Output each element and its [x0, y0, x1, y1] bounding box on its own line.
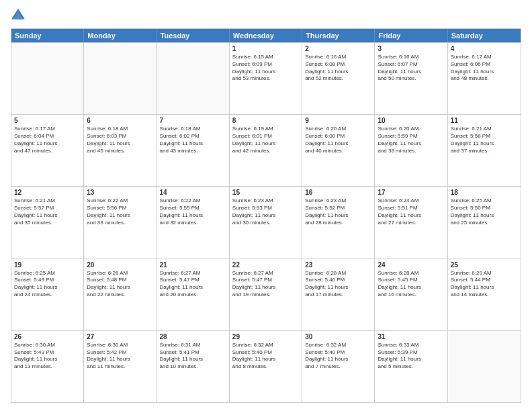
- calendar-cell: 14Sunrise: 6:22 AM Sunset: 5:55 PM Dayli…: [157, 187, 230, 258]
- cell-info: Sunrise: 6:21 AM Sunset: 5:58 PM Dayligh…: [451, 126, 518, 154]
- day-number: 12: [14, 189, 81, 196]
- calendar-cell: 21Sunrise: 6:27 AM Sunset: 5:47 PM Dayli…: [157, 259, 230, 330]
- cell-info: Sunrise: 6:16 AM Sunset: 6:08 PM Dayligh…: [305, 54, 371, 83]
- calendar-cell: [157, 43, 230, 114]
- day-number: 27: [87, 333, 153, 340]
- cell-info: Sunrise: 6:27 AM Sunset: 5:47 PM Dayligh…: [160, 270, 226, 299]
- weekday-header: Wednesday: [230, 29, 302, 42]
- weekday-header: Monday: [84, 29, 157, 42]
- day-number: 6: [87, 117, 153, 124]
- cell-info: Sunrise: 6:32 AM Sunset: 5:40 PM Dayligh…: [305, 342, 371, 371]
- cell-info: Sunrise: 6:30 AM Sunset: 5:42 PM Dayligh…: [87, 342, 153, 371]
- calendar-cell: 1Sunrise: 6:15 AM Sunset: 6:09 PM Daylig…: [230, 43, 302, 114]
- calendar-cell: 12Sunrise: 6:21 AM Sunset: 5:57 PM Dayli…: [11, 187, 84, 258]
- calendar-cell: 4Sunrise: 6:17 AM Sunset: 6:06 PM Daylig…: [448, 43, 521, 114]
- calendar-cell: 28Sunrise: 6:31 AM Sunset: 5:41 PM Dayli…: [157, 331, 230, 402]
- day-number: 2: [305, 45, 371, 52]
- day-number: 31: [378, 333, 444, 340]
- cell-info: Sunrise: 6:29 AM Sunset: 5:44 PM Dayligh…: [451, 270, 518, 299]
- day-number: 16: [305, 189, 371, 196]
- calendar-cell: 9Sunrise: 6:20 AM Sunset: 6:00 PM Daylig…: [302, 115, 375, 186]
- calendar-cell: 10Sunrise: 6:20 AM Sunset: 5:59 PM Dayli…: [375, 115, 447, 186]
- cell-info: Sunrise: 6:23 AM Sunset: 5:52 PM Dayligh…: [305, 197, 371, 226]
- calendar-header: SundayMondayTuesdayWednesdayThursdayFrid…: [11, 29, 521, 42]
- calendar-cell: 22Sunrise: 6:27 AM Sunset: 5:47 PM Dayli…: [230, 259, 302, 330]
- day-number: 9: [305, 117, 371, 124]
- calendar-row: 26Sunrise: 6:30 AM Sunset: 5:43 PM Dayli…: [11, 330, 521, 402]
- cell-info: Sunrise: 6:25 AM Sunset: 5:50 PM Dayligh…: [451, 197, 518, 226]
- cell-info: Sunrise: 6:18 AM Sunset: 6:02 PM Dayligh…: [160, 126, 226, 154]
- day-number: 28: [160, 333, 226, 340]
- header: [11, 8, 521, 23]
- calendar-row: 19Sunrise: 6:25 AM Sunset: 5:49 PM Dayli…: [11, 259, 521, 330]
- day-number: 17: [378, 189, 444, 196]
- weekday-header: Sunday: [11, 29, 84, 42]
- cell-info: Sunrise: 6:15 AM Sunset: 6:09 PM Dayligh…: [232, 54, 299, 83]
- calendar-cell: 8Sunrise: 6:19 AM Sunset: 6:01 PM Daylig…: [230, 115, 302, 186]
- day-number: 8: [232, 117, 299, 124]
- day-number: 23: [305, 261, 371, 269]
- cell-info: Sunrise: 6:27 AM Sunset: 5:47 PM Dayligh…: [232, 270, 299, 299]
- calendar-cell: 15Sunrise: 6:23 AM Sunset: 5:53 PM Dayli…: [230, 187, 302, 258]
- cell-info: Sunrise: 6:28 AM Sunset: 5:46 PM Dayligh…: [305, 270, 371, 299]
- cell-info: Sunrise: 6:26 AM Sunset: 5:48 PM Dayligh…: [87, 270, 153, 299]
- calendar-cell: 19Sunrise: 6:25 AM Sunset: 5:49 PM Dayli…: [11, 259, 84, 330]
- calendar: SundayMondayTuesdayWednesdayThursdayFrid…: [11, 28, 521, 403]
- day-number: 20: [87, 261, 153, 269]
- cell-info: Sunrise: 6:19 AM Sunset: 6:01 PM Dayligh…: [232, 126, 299, 154]
- weekday-header: Tuesday: [157, 29, 230, 42]
- cell-info: Sunrise: 6:20 AM Sunset: 5:59 PM Dayligh…: [378, 126, 444, 154]
- calendar-cell: 16Sunrise: 6:23 AM Sunset: 5:52 PM Dayli…: [302, 187, 375, 258]
- day-number: 29: [232, 333, 299, 340]
- cell-info: Sunrise: 6:23 AM Sunset: 5:53 PM Dayligh…: [232, 197, 299, 226]
- calendar-cell: 20Sunrise: 6:26 AM Sunset: 5:48 PM Dayli…: [84, 259, 157, 330]
- cell-info: Sunrise: 6:24 AM Sunset: 5:51 PM Dayligh…: [378, 197, 444, 226]
- cell-info: Sunrise: 6:20 AM Sunset: 6:00 PM Dayligh…: [305, 126, 371, 154]
- weekday-header: Thursday: [302, 29, 375, 42]
- cell-info: Sunrise: 6:17 AM Sunset: 6:04 PM Dayligh…: [14, 126, 81, 154]
- day-number: 13: [87, 189, 153, 196]
- day-number: 19: [14, 261, 81, 269]
- day-number: 21: [160, 261, 226, 269]
- day-number: 24: [378, 261, 444, 269]
- cell-info: Sunrise: 6:30 AM Sunset: 5:43 PM Dayligh…: [14, 342, 81, 371]
- calendar-row: 12Sunrise: 6:21 AM Sunset: 5:57 PM Dayli…: [11, 186, 521, 258]
- calendar-cell: 5Sunrise: 6:17 AM Sunset: 6:04 PM Daylig…: [11, 115, 84, 186]
- day-number: 7: [160, 117, 226, 124]
- calendar-cell: 18Sunrise: 6:25 AM Sunset: 5:50 PM Dayli…: [448, 187, 521, 258]
- calendar-cell: 2Sunrise: 6:16 AM Sunset: 6:08 PM Daylig…: [302, 43, 375, 114]
- day-number: 3: [378, 45, 444, 52]
- calendar-cell: 3Sunrise: 6:16 AM Sunset: 6:07 PM Daylig…: [375, 43, 447, 114]
- calendar-cell: [11, 43, 84, 114]
- calendar-cell: [448, 331, 521, 402]
- calendar-cell: 7Sunrise: 6:18 AM Sunset: 6:02 PM Daylig…: [157, 115, 230, 186]
- cell-info: Sunrise: 6:21 AM Sunset: 5:57 PM Dayligh…: [14, 197, 81, 226]
- calendar-cell: [84, 43, 157, 114]
- day-number: 11: [451, 117, 518, 124]
- calendar-cell: 6Sunrise: 6:18 AM Sunset: 6:03 PM Daylig…: [84, 115, 157, 186]
- calendar-cell: 11Sunrise: 6:21 AM Sunset: 5:58 PM Dayli…: [448, 115, 521, 186]
- cell-info: Sunrise: 6:25 AM Sunset: 5:49 PM Dayligh…: [14, 270, 81, 299]
- calendar-row: 1Sunrise: 6:15 AM Sunset: 6:09 PM Daylig…: [11, 42, 521, 114]
- day-number: 5: [14, 117, 81, 124]
- day-number: 25: [451, 261, 518, 269]
- calendar-cell: 30Sunrise: 6:32 AM Sunset: 5:40 PM Dayli…: [302, 331, 375, 402]
- calendar-body: 1Sunrise: 6:15 AM Sunset: 6:09 PM Daylig…: [11, 42, 521, 402]
- day-number: 4: [451, 45, 518, 52]
- page: SundayMondayTuesdayWednesdayThursdayFrid…: [0, 0, 532, 411]
- calendar-cell: 24Sunrise: 6:28 AM Sunset: 5:45 PM Dayli…: [375, 259, 447, 330]
- cell-info: Sunrise: 6:31 AM Sunset: 5:41 PM Dayligh…: [160, 342, 226, 371]
- calendar-cell: 17Sunrise: 6:24 AM Sunset: 5:51 PM Dayli…: [375, 187, 447, 258]
- cell-info: Sunrise: 6:22 AM Sunset: 5:56 PM Dayligh…: [87, 197, 153, 226]
- cell-info: Sunrise: 6:17 AM Sunset: 6:06 PM Dayligh…: [451, 54, 518, 83]
- cell-info: Sunrise: 6:33 AM Sunset: 5:39 PM Dayligh…: [378, 342, 444, 371]
- day-number: 18: [451, 189, 518, 196]
- calendar-cell: 25Sunrise: 6:29 AM Sunset: 5:44 PM Dayli…: [448, 259, 521, 330]
- logo-icon: [11, 8, 26, 23]
- day-number: 22: [232, 261, 299, 269]
- calendar-cell: 31Sunrise: 6:33 AM Sunset: 5:39 PM Dayli…: [375, 331, 447, 402]
- calendar-cell: 29Sunrise: 6:32 AM Sunset: 5:40 PM Dayli…: [230, 331, 302, 402]
- calendar-cell: 13Sunrise: 6:22 AM Sunset: 5:56 PM Dayli…: [84, 187, 157, 258]
- cell-info: Sunrise: 6:16 AM Sunset: 6:07 PM Dayligh…: [378, 54, 444, 83]
- cell-info: Sunrise: 6:28 AM Sunset: 5:45 PM Dayligh…: [378, 270, 444, 299]
